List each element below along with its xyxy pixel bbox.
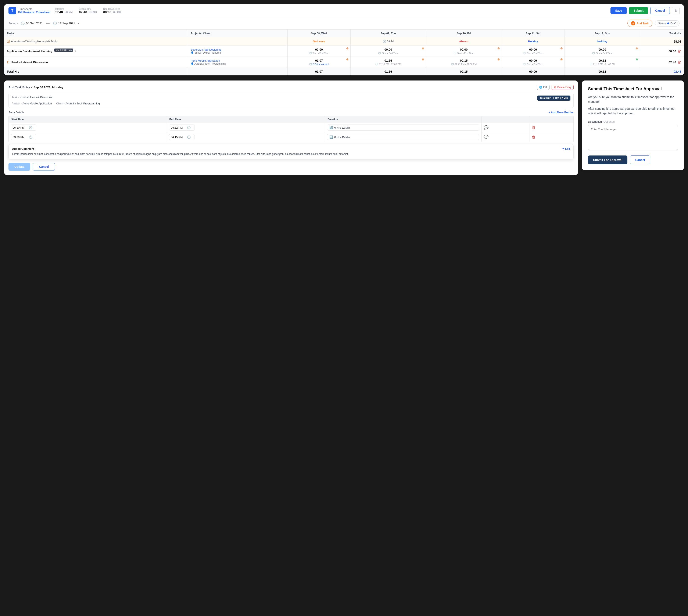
app-dev-sep11[interactable]: ⊖ 00:00 🕐Start - End Time bbox=[502, 46, 564, 57]
attendance-sep12: Holiday bbox=[564, 37, 640, 46]
calendar-start-icon: 🕐 bbox=[21, 21, 25, 25]
end-time-input-2[interactable]: 🕐 bbox=[169, 134, 195, 140]
cancel-button[interactable]: Cancel bbox=[650, 7, 670, 14]
end-time-input-1[interactable]: 🕐 bbox=[169, 125, 195, 131]
page-name: Fill Periodic Timesheet bbox=[18, 10, 50, 14]
status-badge: Status Draft bbox=[655, 20, 680, 26]
header: T Timesheets Fill Periodic Timesheet Tot… bbox=[4, 4, 684, 17]
billable-hrs-item: Billable Hrs 02:48 HH:MM bbox=[79, 8, 97, 14]
add-task-button[interactable]: + Add Task bbox=[627, 20, 652, 27]
edit-comment-link[interactable]: ✏ Edit bbox=[562, 148, 570, 150]
period-dropdown-icon[interactable]: ▾ bbox=[77, 22, 79, 25]
entry-table-header: Start Time End Time Duration bbox=[9, 116, 574, 123]
hours-summary: Total Hrs 02:48 HH:MM Billable Hrs 02:48… bbox=[54, 8, 606, 14]
product-sep09[interactable]: ⊖ 01:56 🕐12:10 PM - 02:06 PM bbox=[350, 57, 426, 68]
entry-details-header: Entry Details + Add More Entries bbox=[8, 111, 574, 114]
entry1-start: 🕐 bbox=[9, 123, 167, 132]
product-total: 02:48 🗑 bbox=[640, 57, 684, 68]
save-button[interactable]: Save bbox=[611, 7, 627, 14]
non-billable-value: 00:00 HH:MM bbox=[103, 10, 121, 14]
col-start: Start Time bbox=[9, 116, 167, 123]
end-clock-icon-2[interactable]: 🕐 bbox=[187, 135, 191, 139]
minus-icon-p10[interactable]: ⊖ bbox=[497, 58, 500, 61]
minus-icon-p12[interactable]: ⊕ bbox=[636, 58, 638, 61]
delete-entry-button[interactable]: 🗑 Delete Entry bbox=[552, 85, 574, 90]
ist-badge: 🌐 IST bbox=[537, 85, 550, 90]
col-actions bbox=[482, 116, 530, 123]
minus-icon-09[interactable]: ⊖ bbox=[422, 47, 424, 50]
product-sep10[interactable]: ⊖ 00:15 🕐02:43 PM - 02:58 PM bbox=[426, 57, 502, 68]
delete-entry-icon-1[interactable]: 🗑 bbox=[532, 126, 536, 130]
comment-icon-1[interactable]: 💬 bbox=[484, 126, 488, 130]
entry2-end: 🕐 bbox=[167, 132, 325, 142]
total-sep12: 00:32 bbox=[564, 68, 640, 75]
end-time-field-1[interactable] bbox=[171, 126, 186, 129]
start-clock-icon-1[interactable]: 🕐 bbox=[29, 126, 32, 129]
col-dur: Duration bbox=[325, 116, 482, 123]
minus-icon-11[interactable]: ⊖ bbox=[560, 47, 563, 50]
add-more-entries-button[interactable]: + Add More Entries bbox=[549, 111, 574, 114]
start-time-field-1[interactable] bbox=[13, 126, 27, 129]
col-tasks: Tasks bbox=[4, 30, 188, 37]
col-sep09: Sep 09, Thu bbox=[350, 30, 426, 37]
start-time-field-2[interactable] bbox=[13, 136, 27, 139]
delete-icon[interactable]: 🗑 bbox=[678, 49, 681, 53]
bottom-row: Add Task Entry - Sep 06 2021, Monday 🌐 I… bbox=[4, 81, 684, 175]
minus-icon-p08[interactable]: ⊖ bbox=[346, 58, 349, 61]
refresh-button[interactable]: ↻ bbox=[672, 7, 680, 15]
delete-icon[interactable]: 🗑 bbox=[678, 60, 681, 64]
app-dev-sep08[interactable]: ⊖ 00:00 🕐Start - End Time bbox=[287, 46, 350, 57]
status-label: Status bbox=[658, 22, 666, 25]
period-separator: — bbox=[46, 21, 49, 25]
product-project: Aone Mobile Application 👤 Avantika Tech … bbox=[188, 57, 287, 68]
app-dev-sep09[interactable]: ⊖ 00:00 🕐Start - End Time bbox=[350, 46, 426, 57]
entry2-dur: 🔄 0 Hrs 45 Min bbox=[325, 132, 482, 142]
product-sep11[interactable]: ⊖ 00:00 🕐Start - End Time bbox=[502, 57, 564, 68]
clock-icon: 🕐 bbox=[309, 52, 312, 54]
comment-text: Lorem ipsum dolor sit amet, consetetur s… bbox=[12, 152, 570, 156]
end-time-field-2[interactable] bbox=[171, 136, 186, 139]
description-textarea[interactable] bbox=[588, 125, 678, 150]
submit-for-approval-button[interactable]: Submit For Approval bbox=[588, 155, 627, 164]
update-button[interactable]: Update bbox=[8, 163, 30, 171]
product-sep12[interactable]: ⊕ 00:32 🕐01:15 PM - 01:47 PM bbox=[564, 57, 640, 68]
status-dot bbox=[667, 22, 669, 24]
minus-icon-08[interactable]: ⊖ bbox=[346, 47, 349, 50]
col-sep11: Sep 11, Sat bbox=[502, 30, 564, 37]
total-sep10: 00:15 bbox=[426, 68, 502, 75]
entry-row-1: 🕐 🕐 🔄 0 Hrs 22 Min bbox=[9, 123, 574, 132]
clock-icon: 🕐 bbox=[451, 63, 454, 65]
comment-icon-2[interactable]: 💬 bbox=[484, 135, 488, 139]
entry1-dur: 🔄 0 Hrs 22 Min bbox=[325, 123, 482, 132]
minus-icon-12[interactable]: ⊖ bbox=[636, 47, 638, 50]
entry-details-label: Entry Details bbox=[8, 111, 24, 114]
start-time-input-2[interactable]: 🕐 bbox=[11, 134, 36, 140]
total-dur-badge: Total Dur - 1 Hrs 07 Min bbox=[537, 95, 571, 101]
entry-table: Start Time End Time Duration 🕐 bbox=[8, 116, 574, 142]
start-time-input-1[interactable]: 🕐 bbox=[11, 125, 36, 131]
delete-entry-icon-2[interactable]: 🗑 bbox=[532, 135, 536, 139]
col-delete bbox=[530, 116, 574, 123]
start-clock-icon-2[interactable]: 🕐 bbox=[29, 135, 32, 139]
app-dev-row: Application Development Planning Non-Bil… bbox=[4, 46, 684, 57]
end-clock-icon-1[interactable]: 🕐 bbox=[187, 126, 191, 129]
total-hrs-item: Total Hrs 02:48 HH:MM bbox=[54, 8, 72, 14]
col-sep10: Sep 10, Fri bbox=[426, 30, 502, 37]
minus-icon-10[interactable]: ⊖ bbox=[497, 47, 500, 50]
edit-task-icon[interactable]: ✎ bbox=[74, 49, 77, 53]
app-dev-sep12[interactable]: ⊖ 00:00 🕐Start - End Time bbox=[564, 46, 640, 57]
clock-icon: 🕐 bbox=[523, 52, 526, 54]
col-total: Total Hrs bbox=[640, 30, 684, 37]
status-value: Draft bbox=[670, 22, 676, 25]
minus-icon-p11[interactable]: ⊖ bbox=[560, 58, 563, 61]
app-dev-sep10[interactable]: ⊖ 00:00 🕐Start - End Time bbox=[426, 46, 502, 57]
minus-icon-p09[interactable]: ⊖ bbox=[422, 58, 424, 61]
app-dev-task: Application Development Planning Non-Bil… bbox=[4, 46, 188, 57]
cancel-approval-button[interactable]: Cancel bbox=[630, 155, 650, 164]
clock-icon: 🕐 bbox=[453, 52, 457, 54]
clock-icon: 🕐 bbox=[592, 52, 595, 54]
checkbox-icon: ☑ bbox=[7, 39, 10, 43]
product-sep08[interactable]: ⊖ 01:07 🕐2 Entries Added bbox=[287, 57, 350, 68]
submit-button[interactable]: Submit bbox=[629, 7, 648, 14]
cancel-bottom-button[interactable]: Cancel bbox=[33, 163, 55, 171]
